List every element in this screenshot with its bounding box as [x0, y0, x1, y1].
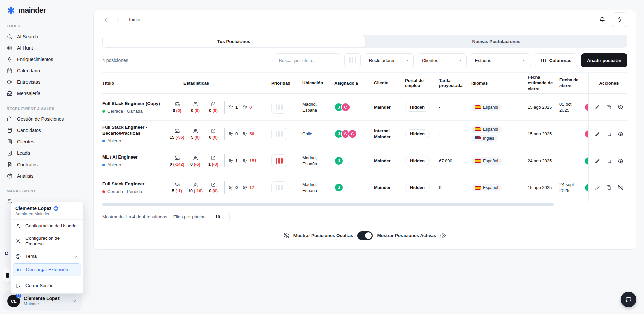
positions-visibility-toggle[interactable] — [357, 231, 373, 240]
actions-cell — [588, 174, 629, 201]
dropdown-label: Clientes — [422, 58, 438, 63]
section-label-management: MANAGEMENT — [0, 189, 85, 193]
stat-candidates: 0 (-6) — [186, 155, 204, 167]
hide-button[interactable] — [618, 131, 623, 137]
position-title[interactable]: ML / AI Engineer — [102, 154, 165, 160]
priority-indicator[interactable] — [271, 101, 287, 114]
edit-button[interactable] — [595, 131, 600, 137]
gear-icon — [15, 238, 21, 244]
quick-actions-button[interactable] — [612, 12, 627, 27]
assignees: J — [334, 183, 374, 192]
menu-item-user-settings[interactable]: Configuración de Usuario — [11, 220, 83, 232]
sidebar-item-label: Análisis — [17, 173, 33, 179]
sidebar-item-mensajeria[interactable]: Mensajería — [0, 88, 85, 99]
sidebar-item-analisis[interactable]: Análisis — [0, 170, 85, 182]
tab-tus-posiciones[interactable]: Tus Posiciones — [102, 35, 365, 48]
search-input[interactable] — [275, 53, 340, 67]
table-row[interactable]: Full Stack Engineer (Copy) Cerrada · Gan… — [102, 94, 627, 121]
menu-item-theme[interactable]: Tema — [11, 250, 83, 263]
duplicate-button[interactable] — [606, 104, 612, 110]
edit-button[interactable] — [595, 104, 600, 110]
sidebar-item-candidatos[interactable]: Candidatos — [0, 125, 85, 136]
table-row[interactable]: ML / AI Engineer Abierto 0 (-142) 0 (-6)… — [102, 147, 627, 174]
assignee-avatar[interactable]: C — [341, 103, 350, 112]
rate: 0 — [439, 185, 471, 190]
position-title[interactable]: Full Stack Engineer — [102, 181, 165, 187]
sidebar-item-ai-hunt[interactable]: AI Hunt — [0, 42, 85, 54]
assignee-avatar[interactable]: J — [334, 183, 343, 192]
status-label: Abierto — [107, 162, 121, 167]
sidebar-item-entrevistas[interactable]: Entrevistas — [0, 76, 85, 88]
hide-button[interactable] — [618, 185, 623, 190]
edit-button[interactable] — [595, 185, 600, 190]
recruiters-dropdown[interactable]: Reclutadores — [365, 53, 414, 67]
briefcase-icon — [7, 116, 13, 122]
menu-item-company-settings[interactable]: Configuración de Empresa — [11, 232, 83, 250]
linkedin-extension-icon: in — [16, 267, 22, 272]
position-title[interactable]: Full Stack Engineer - Becario/Practicas — [102, 124, 165, 136]
assignees: J S C — [334, 129, 374, 138]
sidebar-item-enriquecimientos[interactable]: Enriquecimientos — [0, 54, 85, 65]
results-count: 4 posiciones — [102, 58, 128, 63]
assignee-avatar[interactable]: C — [348, 129, 357, 138]
sidebar-item-ai-search[interactable]: AI Search — [0, 31, 85, 42]
sidebar-item-leads[interactable]: Leads — [0, 147, 85, 159]
person-check-icon — [228, 104, 234, 110]
menu-item-label: Configuración de Usuario — [25, 223, 76, 229]
scrollbar-thumb[interactable] — [102, 203, 554, 206]
user-name: Clemente Lopez — [24, 296, 60, 302]
user-profile-chip[interactable]: CL Clemente Lopez Mainder — [3, 291, 82, 311]
table-row[interactable]: Full Stack Engineer - Becario/Practicas … — [102, 121, 627, 147]
edit-button[interactable] — [595, 158, 600, 164]
sidebar-item-calendario[interactable]: Calendario — [0, 65, 85, 76]
duplicate-button[interactable] — [606, 131, 612, 137]
menu-item-logout[interactable]: Cerrar Sesión — [11, 279, 83, 292]
table-row[interactable]: Full Stack Engineer Cerrada · Perdida 5 … — [102, 174, 627, 201]
location: Madrid, España — [302, 101, 334, 113]
priority-filter-button[interactable] — [344, 53, 361, 67]
sidebar-item-label: AI Search — [17, 34, 38, 39]
columns-button[interactable]: Columnas — [535, 53, 577, 67]
priority-indicator[interactable] — [271, 154, 287, 167]
sidebar-item-contratos[interactable]: Contratos — [0, 159, 85, 170]
priority-indicator[interactable] — [271, 181, 287, 194]
pencil-icon — [595, 131, 600, 137]
states-dropdown[interactable]: Estados — [471, 53, 531, 67]
nav-forward-button[interactable] — [114, 16, 122, 23]
stat-candidates: 0 (0) — [186, 101, 204, 113]
stat-candidates: 10 (-16) — [186, 182, 204, 193]
col-header-asignado: Asignado a — [334, 81, 374, 86]
person-check-icon — [228, 158, 234, 164]
estimated-close-date: 15 ago 2025 — [528, 104, 559, 110]
languages: Español Inglés — [471, 126, 528, 142]
languages: Español — [471, 184, 528, 191]
menu-item-download-extension[interactable]: in Descargar Extensión — [13, 263, 81, 276]
visibility-toggle-bar: Mostrar Posiciones Ocultas Mostrar Posic… — [94, 226, 636, 245]
status-label: Cerrada · Ganada — [107, 109, 143, 114]
tab-nuevas-postulaciones[interactable]: Nuevas Postulaciones — [365, 35, 628, 48]
globe-badge-icon — [16, 293, 21, 299]
horizontal-scrollbar[interactable] — [102, 203, 627, 206]
assignee-avatar[interactable]: J — [334, 156, 343, 165]
priority-indicator[interactable] — [271, 128, 287, 140]
people-icon — [193, 182, 198, 187]
app-logo[interactable]: mainder — [0, 0, 85, 17]
hide-button[interactable] — [618, 104, 623, 110]
rows-per-page-value: 10 — [215, 214, 220, 219]
col-header-titulo: Título — [102, 81, 168, 86]
rows-per-page-select[interactable]: 10 — [212, 212, 230, 222]
clients-dropdown[interactable]: Clientes — [418, 53, 467, 67]
add-position-button[interactable]: Añadir posición — [581, 53, 627, 67]
position-title[interactable]: Full Stack Engineer (Copy) — [102, 101, 165, 107]
hide-button[interactable] — [618, 158, 623, 164]
chat-widget-button[interactable] — [621, 292, 636, 307]
nav-back-button[interactable] — [102, 16, 110, 23]
inbox-icon — [174, 182, 180, 187]
notifications-button[interactable] — [599, 16, 606, 23]
chevron-down-icon — [457, 58, 462, 63]
sidebar-item-clientes[interactable]: Clientes — [0, 136, 85, 147]
duplicate-button[interactable] — [606, 158, 612, 164]
chevron-down-icon — [222, 215, 226, 219]
sidebar-item-gestion-posiciones[interactable]: Gestión de Posiciones — [0, 113, 85, 125]
duplicate-button[interactable] — [606, 185, 612, 190]
